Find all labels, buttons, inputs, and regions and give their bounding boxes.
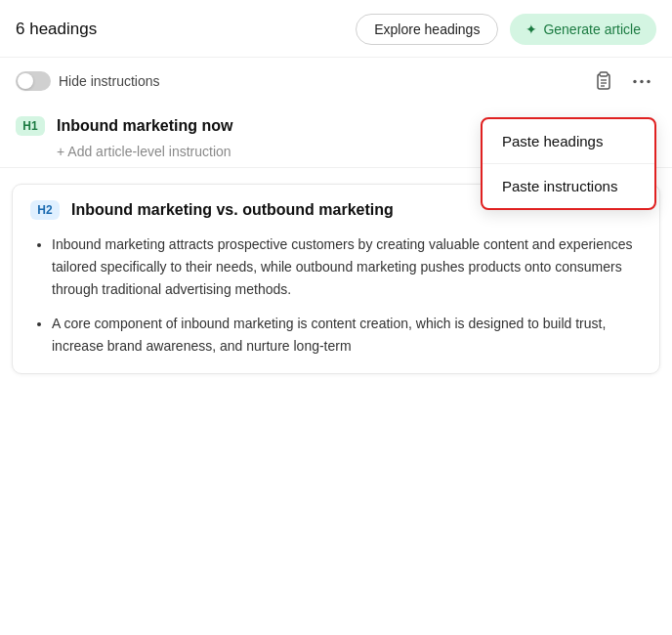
- h1-title: Inbound marketing now: [57, 117, 232, 135]
- svg-rect-1: [600, 72, 608, 76]
- count-label: headings: [29, 20, 97, 38]
- paste-headings-item[interactable]: Paste headings: [483, 119, 654, 164]
- toggle-knob: [18, 73, 33, 89]
- toolbar-row: Hide instructions: [0, 58, 672, 105]
- paste-instructions-item[interactable]: Paste instructions: [483, 164, 654, 208]
- paste-dropdown: Paste headings Paste instructions: [481, 117, 656, 210]
- hide-instructions-label: Hide instructions: [59, 73, 160, 89]
- svg-point-6: [640, 79, 643, 82]
- generate-label: Generate article: [543, 21, 641, 37]
- generate-article-button[interactable]: ✦ Generate article: [510, 14, 656, 45]
- heading-count: 6 headings: [16, 20, 344, 39]
- h2-card: H2 Inbound marketing vs. outbound market…: [12, 184, 660, 374]
- sparkle-icon: ✦: [525, 21, 537, 37]
- h2-badge: H2: [30, 200, 60, 220]
- bullet-item-2: A core component of inbound marketing is…: [52, 313, 642, 358]
- explore-headings-button[interactable]: Explore headings: [356, 14, 498, 45]
- clipboard-button[interactable]: [588, 67, 617, 95]
- more-options-button[interactable]: [627, 75, 656, 88]
- bullet-list: Inbound marketing attracts prospective c…: [30, 233, 642, 358]
- svg-point-7: [647, 79, 650, 82]
- count-number: 6: [16, 20, 24, 38]
- h2-title: Inbound marketing vs. outbound marketing: [71, 201, 394, 219]
- more-icon: [633, 79, 651, 84]
- hide-instructions-toggle[interactable]: [16, 71, 51, 91]
- bullet-item-1: Inbound marketing attracts prospective c…: [52, 233, 642, 301]
- clipboard-icon: [594, 71, 611, 91]
- page-header: 6 headings Explore headings ✦ Generate a…: [0, 0, 672, 58]
- svg-point-5: [633, 79, 636, 82]
- toggle-wrapper: Hide instructions: [16, 71, 578, 91]
- h1-badge: H1: [16, 116, 45, 136]
